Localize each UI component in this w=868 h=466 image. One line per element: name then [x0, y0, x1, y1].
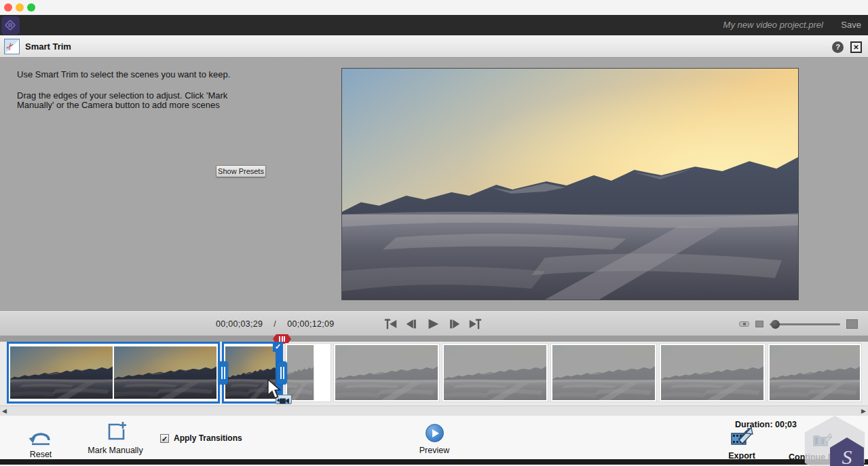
clip-thumbnail[interactable] [768, 343, 862, 402]
apply-transitions-label: Apply Transitions [174, 433, 242, 443]
smart-trim-scissors-icon: ✂ [4, 39, 20, 54]
filmstrip-scrollbar[interactable]: ◀ ▶ [0, 406, 868, 416]
dialog-title: Smart Trim [25, 35, 71, 58]
step-back-button[interactable] [404, 315, 419, 333]
export-icon [715, 427, 769, 448]
traffic-light-close-button[interactable] [4, 3, 12, 12]
smart-trim-header: ✂ Smart Trim ? ✕ [0, 35, 868, 58]
scroll-left-icon[interactable]: ◀ [2, 408, 7, 414]
clip-thumbnail[interactable] [114, 346, 216, 399]
traffic-light-minimize-button[interactable] [16, 3, 24, 12]
project-title: My new video project.prel [723, 15, 823, 35]
traffic-light-zoom-button[interactable] [27, 3, 35, 12]
app-icon-lens [8, 23, 12, 27]
scroll-right-icon[interactable]: ▶ [861, 408, 866, 414]
thumbnail-zoom-controls [739, 312, 858, 336]
timecode-total: 00;00;12;09 [287, 319, 334, 329]
footer-toolbar: Reset Mark Manually ✓ Apply Transitions … [0, 416, 868, 459]
timecode-separator: / [273, 319, 276, 329]
timecode: 00;00;03;29/00;00;12;09 [216, 312, 334, 336]
filmstrip: ✓ ◀ ▶ [0, 336, 868, 416]
go-to-end-button[interactable] [468, 315, 483, 333]
undo-icon [14, 425, 68, 447]
save-button[interactable]: Save [841, 15, 861, 35]
clip-thumbnail[interactable] [550, 343, 657, 402]
close-icon[interactable]: ✕ [850, 41, 862, 53]
zoom-slider-knob[interactable] [771, 320, 780, 329]
macos-titlebar [0, 0, 868, 15]
reset-button[interactable]: Reset [14, 425, 68, 459]
clip-thumbnail[interactable] [659, 343, 766, 402]
thumbnail-zoom-slider[interactable] [770, 323, 840, 325]
smart-trim-window: My new video project.prel Save ✂ Smart T… [0, 0, 868, 466]
export-button[interactable]: Export [715, 427, 769, 461]
go-to-start-button[interactable] [383, 315, 398, 333]
apply-transitions-control: ✓ Apply Transitions [160, 433, 242, 443]
clip-selected-checkbox[interactable]: ✓ [273, 342, 283, 352]
mouse-cursor-icon [267, 378, 283, 403]
instructions-line1: Use Smart Trim to select the scenes you … [17, 69, 302, 79]
mark-manually-button[interactable]: Mark Manually [78, 421, 153, 455]
playback-controls [383, 315, 483, 333]
preview-button[interactable]: Preview [406, 424, 463, 455]
show-presets-button[interactable]: Show Presets [216, 165, 266, 177]
premiere-elements-app-icon [1, 16, 20, 35]
app-bar: My new video project.prel Save [0, 15, 868, 35]
clip-thumbnail[interactable] [285, 343, 331, 402]
play-button[interactable] [426, 315, 440, 333]
clip-thumbnail[interactable] [10, 346, 113, 399]
trim-handle-left[interactable] [218, 361, 228, 384]
thumbnail-strip-icon [739, 321, 749, 327]
zoom-out-thumbnail-icon[interactable] [755, 321, 763, 327]
instructions-line2: Drag the edges of your selection to adju… [17, 91, 254, 111]
help-icon[interactable]: ? [832, 41, 844, 53]
filmstrip-top-ruler[interactable] [0, 336, 868, 342]
preview-play-icon [426, 424, 444, 442]
main-panel: Use Smart Trim to select the scenes you … [0, 58, 868, 311]
selection-group-1[interactable] [7, 342, 220, 404]
apply-transitions-checkbox[interactable]: ✓ [160, 434, 169, 443]
step-forward-button[interactable] [447, 315, 461, 333]
mark-scene-icon [78, 421, 153, 443]
zoom-in-thumbnail-icon[interactable] [846, 319, 858, 329]
timecode-current: 00;00;03;29 [216, 319, 263, 329]
clip-thumbnail[interactable] [333, 343, 440, 402]
clip-thumbnail[interactable] [442, 343, 548, 402]
video-preview [341, 68, 799, 300]
transport-bar: 00;00;03;29/00;00;12;09 [0, 311, 868, 336]
